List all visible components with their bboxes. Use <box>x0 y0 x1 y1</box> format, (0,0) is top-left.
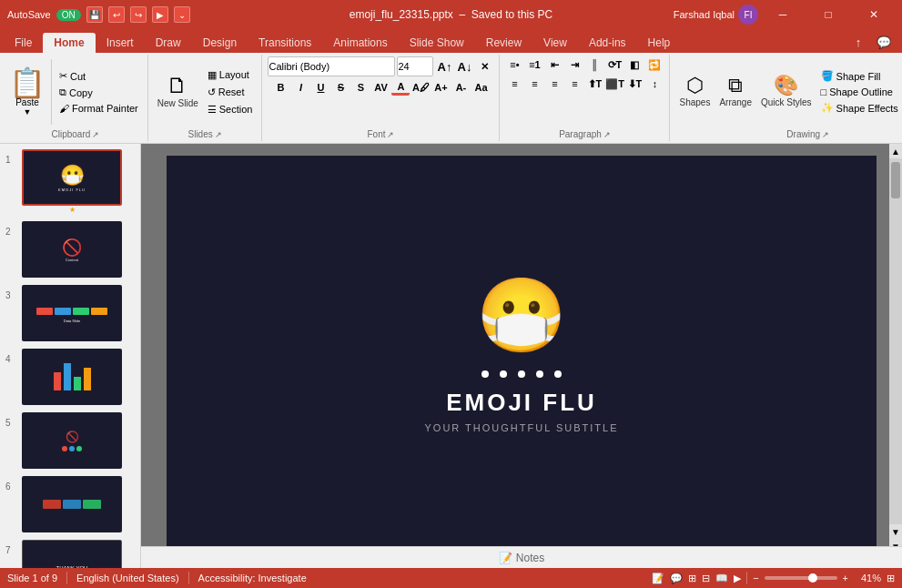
tab-review[interactable]: Review <box>475 33 532 53</box>
align-right-button[interactable]: ≡ <box>545 76 563 92</box>
slide-item-1[interactable]: 1 😷 EMOJI FLU ★ <box>4 147 137 216</box>
align-top-button[interactable]: ⬆T <box>585 76 603 92</box>
tab-insert[interactable]: Insert <box>96 33 145 53</box>
paste-button[interactable]: 📋 Paste ▼ <box>9 59 52 125</box>
cut-button[interactable]: ✂Cut <box>56 68 142 84</box>
clear-format-icon[interactable]: ✕ <box>475 58 493 75</box>
dot-4[interactable] <box>536 370 543 378</box>
justify-button[interactable]: ≡ <box>565 76 583 92</box>
drawing-expand-icon[interactable]: ↗ <box>822 130 829 139</box>
layout-button[interactable]: ▦Layout <box>204 67 257 83</box>
slide-item-2[interactable]: 2 🚫 Content <box>4 219 137 279</box>
column-button[interactable]: ║ <box>585 56 603 73</box>
scrollbar-thumb[interactable] <box>891 162 900 198</box>
strikethrough-button[interactable]: S <box>331 79 350 96</box>
slide-item-5[interactable]: 5 🚫 <box>4 411 137 471</box>
autosave-toggle[interactable]: ON <box>56 9 81 21</box>
char-spacing-button[interactable]: AV <box>371 79 390 96</box>
increase-font-icon[interactable]: A↑ <box>435 58 453 75</box>
undo-icon[interactable]: ↩ <box>108 6 125 23</box>
section-button[interactable]: ☰Section <box>204 102 257 117</box>
copy-button[interactable]: ⧉Copy <box>56 85 142 100</box>
italic-button[interactable]: I <box>291 79 309 96</box>
shape-outline-button[interactable]: □Shape Outline <box>817 85 902 99</box>
slide-thumb-4[interactable] <box>22 349 122 405</box>
line-spacing-button[interactable]: ↕ <box>645 76 664 92</box>
clipboard-expand-icon[interactable]: ↗ <box>92 130 99 139</box>
bullets-button[interactable]: ≡• <box>505 56 523 73</box>
tab-view[interactable]: View <box>532 33 578 53</box>
shadow-button[interactable]: S <box>351 79 370 96</box>
dot-2[interactable] <box>500 370 507 378</box>
user-avatar[interactable]: FI <box>738 5 758 25</box>
zoom-out-btn[interactable]: − <box>753 573 758 583</box>
maximize-button[interactable]: □ <box>807 0 849 29</box>
slide-sorter-btn[interactable]: ⊟ <box>702 573 710 584</box>
tab-help[interactable]: Help <box>637 33 682 53</box>
zoom-level[interactable]: 41% <box>854 573 881 583</box>
quick-styles-button[interactable]: 🎨 Quick Styles <box>757 74 816 110</box>
more-tools-icon[interactable]: ⌄ <box>174 6 190 23</box>
close-button[interactable]: ✕ <box>853 0 895 29</box>
reset-button[interactable]: ↺Reset <box>204 85 257 100</box>
font-family-input[interactable] <box>268 56 395 76</box>
smartart-button[interactable]: ◧ <box>625 56 644 73</box>
slide-thumb-2[interactable]: 🚫 Content <box>22 221 122 278</box>
slide-thumb-7[interactable]: THANK YOU <box>22 540 122 568</box>
presentation-mode-btn[interactable]: ▶ <box>734 573 741 584</box>
present-icon[interactable]: ▶ <box>152 6 168 23</box>
slide-thumb-6[interactable] <box>22 476 122 532</box>
font-size-decrease2[interactable]: A- <box>451 79 470 96</box>
share-icon[interactable]: ↑ <box>847 31 869 53</box>
change-case-button[interactable]: Aa <box>471 79 490 96</box>
paste-arrow[interactable]: ▼ <box>24 107 32 117</box>
decrease-font-icon[interactable]: A↓ <box>455 58 473 75</box>
slide-thumb-5[interactable]: 🚫 <box>22 412 122 469</box>
tab-addins[interactable]: Add-ins <box>578 33 637 53</box>
notes-bar[interactable]: 📝 Notes <box>141 546 902 568</box>
font-size-input[interactable] <box>397 56 433 76</box>
align-left-button[interactable]: ≡ <box>505 76 523 92</box>
tab-design[interactable]: Design <box>192 33 248 53</box>
shapes-button[interactable]: ⬡ Shapes <box>675 74 714 110</box>
shape-effects-button[interactable]: ✨Shape Effects <box>817 100 902 116</box>
font-color-button[interactable]: A <box>391 79 410 96</box>
slide-item-4[interactable]: 4 <box>4 347 137 407</box>
comments-icon[interactable]: 💬 <box>873 31 895 53</box>
decrease-indent-button[interactable]: ⇤ <box>545 56 563 73</box>
scrollbar-up-button[interactable]: ▲ <box>889 144 902 158</box>
tab-file[interactable]: File <box>4 33 43 53</box>
highlight-button[interactable]: A🖊 <box>411 79 430 96</box>
slide-item-3[interactable]: 3 Data Slide <box>4 283 137 343</box>
normal-view-btn[interactable]: ⊞ <box>688 573 696 584</box>
underline-button[interactable]: U <box>311 79 329 96</box>
dot-5[interactable] <box>554 370 562 378</box>
fit-slide-btn[interactable]: ⊞ <box>887 573 895 584</box>
scrollbar-extra-1[interactable]: ▼ <box>889 524 902 539</box>
dot-3[interactable] <box>518 370 525 378</box>
font-expand-icon[interactable]: ↗ <box>387 130 394 139</box>
minimize-button[interactable]: ─ <box>762 0 804 29</box>
redo-icon[interactable]: ↪ <box>130 6 147 23</box>
shape-fill-button[interactable]: 🪣Shape Fill <box>817 68 902 84</box>
tab-draw[interactable]: Draw <box>145 33 192 53</box>
tab-home[interactable]: Home <box>43 33 95 53</box>
bold-button[interactable]: B <box>271 79 289 96</box>
convert-button[interactable]: 🔁 <box>645 56 664 73</box>
slide-item-6[interactable]: 6 <box>4 474 137 534</box>
arrange-button[interactable]: ⧉ Arrange <box>715 74 755 110</box>
tab-slideshow[interactable]: Slide Show <box>399 33 475 53</box>
zoom-in-btn[interactable]: + <box>843 573 848 583</box>
slide-thumb-1[interactable]: 😷 EMOJI FLU <box>22 149 122 206</box>
slide-item-7[interactable]: 7 THANK YOU <box>4 538 137 568</box>
font-size-increase2[interactable]: A+ <box>431 79 450 96</box>
slide-thumb-3[interactable]: Data Slide <box>22 285 122 341</box>
paragraph-expand-icon[interactable]: ↗ <box>603 130 611 139</box>
tab-transitions[interactable]: Transitions <box>248 33 322 53</box>
notes-status-btn[interactable]: 📝 <box>652 573 664 584</box>
increase-indent-button[interactable]: ⇥ <box>565 56 583 73</box>
zoom-thumb[interactable] <box>808 573 817 583</box>
format-painter-button[interactable]: 🖌Format Painter <box>56 101 142 116</box>
save-icon[interactable]: 💾 <box>86 6 103 23</box>
numbering-button[interactable]: ≡1 <box>525 56 543 73</box>
